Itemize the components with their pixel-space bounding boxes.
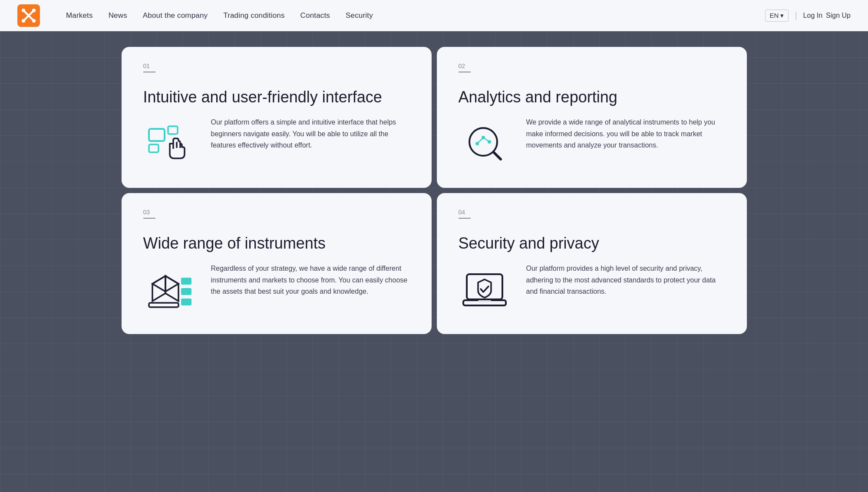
nav-news[interactable]: News (109, 11, 127, 20)
nav-trading[interactable]: Trading conditions (223, 11, 284, 20)
nav-security[interactable]: Security (346, 11, 373, 20)
svg-line-18 (494, 152, 501, 159)
instruments-icon (143, 267, 195, 315)
card-2-text: We provide a wide range of analytical in… (526, 117, 725, 151)
card-3-text: Regardless of your strategy, we have a w… (211, 263, 410, 297)
card-4-body: Our platform provides a high level of se… (459, 263, 725, 315)
svg-rect-22 (149, 303, 178, 307)
svg-rect-7 (168, 126, 178, 134)
card-3-number: 03 (143, 209, 155, 219)
header: Markets News About the company Trading c… (0, 0, 868, 31)
card-2-title: Analytics and reporting (459, 66, 725, 106)
card-3: 03 Wide range of instruments (122, 193, 432, 334)
svg-rect-23 (181, 278, 191, 285)
nav-contacts[interactable]: Contacts (300, 11, 330, 20)
svg-point-2 (22, 9, 25, 12)
analytics-icon (459, 121, 511, 169)
security-icon (459, 267, 511, 315)
card-2-number: 02 (459, 62, 471, 72)
divider: | (795, 10, 797, 20)
card-2: 02 Analytics and reporting (437, 47, 747, 188)
card-4-title: Security and privacy (459, 212, 725, 253)
interface-icon (143, 121, 195, 169)
svg-rect-6 (149, 129, 165, 141)
card-4-number: 04 (459, 209, 471, 219)
language-selector[interactable]: EN ▾ (765, 10, 789, 22)
svg-rect-24 (181, 288, 191, 295)
card-2-body: We provide a wide range of analytical in… (459, 117, 725, 169)
svg-point-4 (22, 19, 25, 23)
login-button[interactable]: Log In (803, 12, 822, 20)
card-1-body: Our platform offers a simple and intuiti… (143, 117, 410, 169)
svg-rect-25 (181, 298, 191, 305)
nav-markets[interactable]: Markets (66, 11, 93, 20)
nav-about[interactable]: About the company (143, 11, 208, 20)
features-grid: 01 Intuitive and user-friendly interface (122, 47, 747, 334)
card-3-body: Regardless of your strategy, we have a w… (143, 263, 410, 315)
card-1-title: Intuitive and user-friendly interface (143, 66, 410, 106)
svg-rect-28 (478, 300, 491, 302)
card-1-number: 01 (143, 62, 155, 72)
card-4: 04 Security and privacy (437, 193, 747, 334)
svg-rect-26 (467, 274, 502, 299)
logo[interactable] (17, 4, 40, 27)
svg-line-17 (483, 138, 489, 142)
header-actions: EN ▾ | Log In Sign Up (765, 10, 851, 22)
svg-line-16 (477, 138, 483, 144)
card-4-text: Our platform provides a high level of se… (526, 263, 725, 297)
svg-point-3 (32, 9, 36, 12)
svg-rect-8 (149, 144, 158, 152)
main-nav: Markets News About the company Trading c… (66, 11, 765, 20)
card-3-title: Wide range of instruments (143, 212, 410, 253)
svg-point-5 (32, 19, 36, 23)
main-section: 01 Intuitive and user-friendly interface (0, 31, 868, 492)
card-1: 01 Intuitive and user-friendly interface (122, 47, 432, 188)
logo-icon (21, 8, 36, 23)
signup-button[interactable]: Sign Up (826, 12, 851, 20)
card-1-text: Our platform offers a simple and intuiti… (211, 117, 410, 151)
